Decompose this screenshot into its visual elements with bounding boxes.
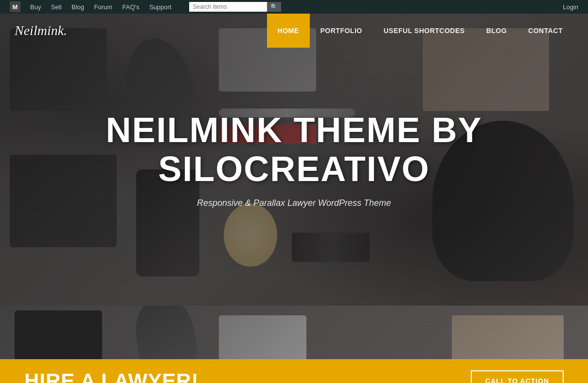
peek-sunglasses: [130, 306, 201, 359]
top-bar-nav: Buy Sell Blog Forum FAQ's Support: [30, 2, 179, 11]
hero-background: NEILMINK THEME BY SILOCREATIVO Responsiv…: [0, 14, 588, 306]
hero-section: Neilmink. HOME PORTFOLIO USEFUL SHORTCOD…: [0, 14, 588, 306]
top-bar-left: M Buy Sell Blog Forum FAQ's Support 🔍: [10, 1, 281, 12]
hero-title: NEILMINK THEME BY SILOCREATIVO: [75, 111, 513, 188]
nav-faqs[interactable]: FAQ's: [123, 3, 140, 11]
cta-bar: HIRE A LAWYER! CALL TO ACTION: [0, 359, 588, 383]
nav-blog[interactable]: Blog: [71, 3, 84, 11]
nav-sell[interactable]: Sell: [51, 3, 62, 11]
nav-portfolio[interactable]: PORTFOLIO: [310, 14, 373, 48]
hero-bottom-peek: [0, 306, 588, 359]
nav-home[interactable]: HOME: [267, 14, 310, 48]
nav-blog[interactable]: BLOG: [476, 14, 517, 48]
nav-support[interactable]: Support: [149, 3, 172, 11]
hero-subtitle: Responsive & Parallax Lawyer WordPress T…: [197, 198, 391, 208]
top-bar-logo-m[interactable]: M: [10, 1, 20, 12]
nav-shortcodes[interactable]: USEFUL SHORTCODES: [373, 14, 476, 48]
cta-title: HIRE A LAWYER!: [24, 369, 199, 383]
nav-contact[interactable]: CONTACT: [517, 14, 573, 48]
top-bar: M Buy Sell Blog Forum FAQ's Support 🔍 Lo…: [0, 0, 588, 14]
site-logo[interactable]: Neilmink.: [15, 23, 67, 38]
peek-bowtie: [219, 315, 306, 359]
hero-content: NEILMINK THEME BY SILOCREATIVO Responsiv…: [0, 14, 588, 306]
search-button[interactable]: 🔍: [267, 2, 281, 12]
peek-notebook: [452, 315, 564, 359]
search-bar: 🔍: [189, 2, 281, 12]
main-nav-links: HOME PORTFOLIO USEFUL SHORTCODES BLOG CO…: [267, 14, 573, 48]
nav-buy[interactable]: Buy: [30, 3, 41, 11]
peek-wallet: [15, 310, 102, 359]
search-input[interactable]: [189, 2, 267, 12]
cta-button[interactable]: CALL TO ACTION: [471, 370, 564, 383]
main-nav: Neilmink. HOME PORTFOLIO USEFUL SHORTCOD…: [0, 14, 588, 48]
nav-forum[interactable]: Forum: [94, 3, 112, 11]
login-link[interactable]: Login: [563, 3, 578, 11]
